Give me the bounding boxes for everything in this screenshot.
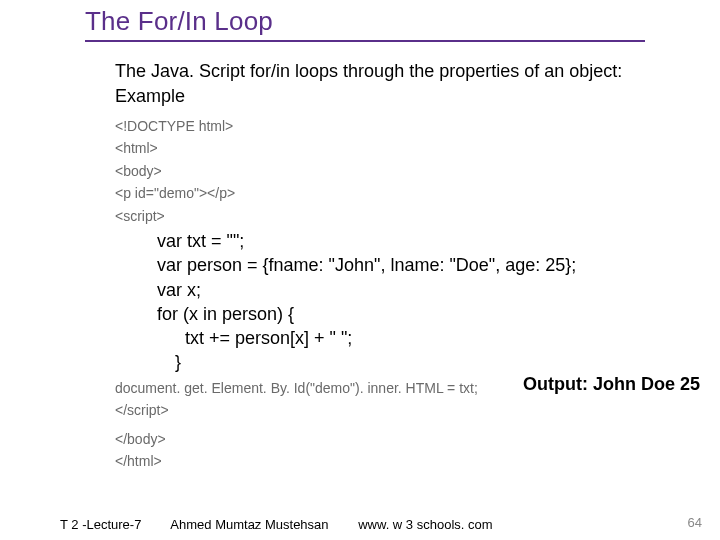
slide: The For/In Loop The Java. Script for/in …: [0, 0, 720, 540]
code-line: var x;: [157, 278, 700, 302]
footer-site: www. w 3 schools. com: [358, 517, 492, 532]
code-line: txt += person[x] + " ";: [185, 326, 700, 350]
code-line: </body>: [115, 428, 700, 450]
example-label: Example: [115, 85, 700, 108]
page-number: 64: [688, 515, 702, 530]
output-row: document. get. Element. By. Id("demo"). …: [115, 377, 700, 399]
footer-author: Ahmed Mumtaz Mustehsan: [170, 517, 328, 532]
intro-text: The Java. Script for/in loops through th…: [115, 60, 700, 83]
code-line: var txt = "";: [157, 229, 700, 253]
code-line: </html>: [115, 450, 700, 472]
code-line: var person = {fname: "John", lname: "Doe…: [157, 253, 700, 277]
code-body: var txt = ""; var person = {fname: "John…: [157, 229, 700, 375]
title-underline: [85, 40, 645, 42]
code-line: <body>: [115, 160, 700, 182]
output-label: Output: John Doe 25: [523, 374, 700, 395]
code-line: <script>: [115, 205, 700, 227]
footer: T 2 -Lecture-7 Ahmed Mumtaz Mustehsan ww…: [60, 517, 519, 532]
code-line: }: [175, 350, 700, 374]
footer-lecture: T 2 -Lecture-7: [60, 517, 141, 532]
content-block: The Java. Script for/in loops through th…: [115, 60, 700, 472]
code-line: <html>: [115, 137, 700, 159]
code-line: </script>: [115, 399, 700, 421]
code-line: <!DOCTYPE html>: [115, 115, 700, 137]
slide-title: The For/In Loop: [85, 6, 273, 37]
code-line: <p id="demo"></p>: [115, 182, 700, 204]
code-line: for (x in person) {: [157, 302, 700, 326]
